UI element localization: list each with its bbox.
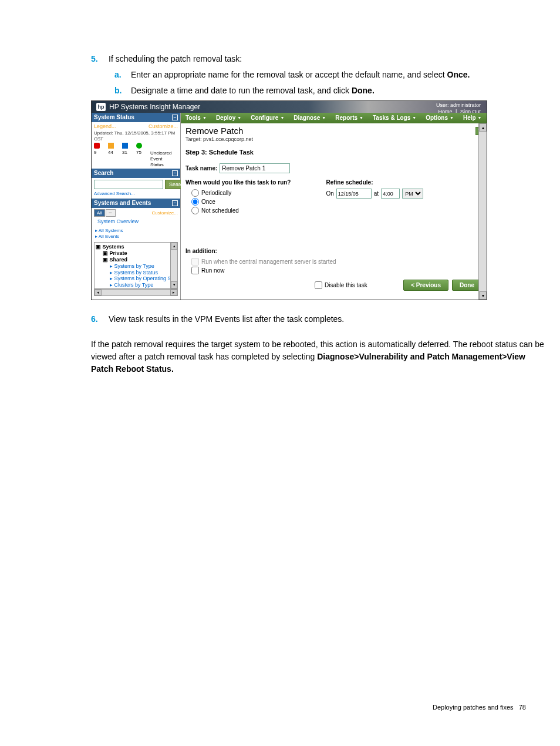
radio-periodically[interactable]: [191, 189, 199, 197]
menu-tasks-logs[interactable]: Tasks & Logs▼: [368, 113, 421, 123]
chevron-down-icon: ▼: [478, 116, 482, 120]
radio-periodically-label: Periodically: [201, 190, 231, 197]
user-label: User: administrator: [436, 102, 481, 109]
run-when-label: Run when the central management server i…: [201, 258, 336, 266]
scroll-left-icon[interactable]: ◂: [95, 290, 102, 295]
legend-link[interactable]: Legend...: [94, 123, 116, 130]
when-question: When would you like this task to run?: [185, 179, 291, 186]
radio-once-label: Once: [201, 199, 215, 206]
all-systems-link[interactable]: ▸ All Systems: [95, 228, 177, 234]
menu-deploy[interactable]: Deploy▼: [211, 113, 246, 123]
at-label: at: [374, 190, 379, 197]
chevron-down-icon: ▼: [280, 116, 284, 120]
tab-all[interactable]: All: [94, 209, 105, 217]
uncleared-label: Uncleared Event Status: [150, 150, 158, 167]
system-status-header: System Status −: [92, 113, 180, 122]
search-header: Search −: [92, 169, 180, 178]
tree-scrollbar[interactable]: ▴ ▾: [170, 243, 177, 288]
menu-reports[interactable]: Reports▼: [330, 113, 368, 123]
disable-task-label: Disable this task: [325, 282, 367, 289]
systems-tree: ▣ Systems ▣ Private ▣ Shared ▸ Systems b…: [94, 242, 178, 289]
taskname-input[interactable]: [220, 163, 290, 173]
ampm-select[interactable]: PM: [402, 189, 423, 199]
app-title: HP Systems Insight Manager: [109, 103, 200, 111]
tree-shared[interactable]: ▣ Shared: [96, 257, 176, 263]
page-title: Remove Patch: [185, 126, 482, 136]
substep-letter: b.: [114, 85, 131, 97]
system-overview-link[interactable]: System Overview: [92, 217, 180, 227]
previous-button[interactable]: < Previous: [403, 280, 448, 291]
radio-notscheduled-label: Not scheduled: [201, 207, 239, 214]
target-line: Target: pvs1.cce.cpqcorp.net: [185, 136, 482, 143]
time-input[interactable]: [381, 189, 400, 199]
tree-private[interactable]: ▣ Private: [96, 250, 176, 257]
page-footer: Deploying patches and fixes 78: [433, 704, 526, 711]
menu-options[interactable]: Options▼: [421, 113, 458, 123]
tree-by-type[interactable]: ▸ Systems by Type: [96, 263, 176, 270]
run-now-label: Run now: [201, 267, 224, 274]
chevron-down-icon: ▼: [237, 116, 241, 120]
sidebar: System Status − Legend... Customize... U…: [92, 113, 181, 300]
step-5a: a. Enter an appropriate name for the rem…: [114, 69, 548, 81]
tree-hscrollbar[interactable]: ◂ ▸: [94, 289, 178, 296]
all-events-link[interactable]: ▸ All Events: [95, 234, 177, 240]
step-text: View task results in the VPM Events list…: [109, 313, 344, 325]
count-minor: 31: [122, 150, 130, 167]
collapse-icon[interactable]: −: [172, 200, 178, 206]
app-titlebar: hp HP Systems Insight Manager User: admi…: [92, 101, 487, 113]
systems-events-header: Systems and Events −: [92, 199, 180, 208]
step-number: 5.: [91, 53, 109, 65]
chevron-down-icon: ▼: [322, 116, 326, 120]
updated-timestamp: Updated: Thu, 12/15/2005, 3:55:17 PM CST: [94, 130, 178, 142]
step-heading: Step 3: Schedule Task: [185, 149, 482, 156]
minor-icon: [122, 143, 128, 149]
main-scrollbar[interactable]: ▴ ▾: [478, 123, 487, 300]
tree-clusters-type[interactable]: ▸ Clusters by Type: [96, 282, 176, 288]
scroll-down-icon[interactable]: ▾: [479, 291, 487, 300]
refine-label: Refine schedule:: [326, 179, 423, 186]
collapse-icon[interactable]: −: [172, 170, 178, 176]
substep-text: Enter an appropriate name for the remova…: [131, 69, 470, 81]
step-number: 6.: [91, 313, 109, 325]
tree-by-os[interactable]: ▸ Systems by Operating Syste: [96, 275, 176, 282]
checkbox-disable-task[interactable]: [315, 281, 322, 289]
radio-notscheduled[interactable]: [191, 207, 199, 214]
closing-paragraph: If the patch removal requires the target…: [91, 338, 548, 375]
hp-logo-icon: hp: [96, 103, 106, 111]
scroll-down-icon[interactable]: ▾: [171, 281, 177, 288]
scroll-right-icon[interactable]: ▸: [170, 290, 177, 295]
step-6: 6. View task results in the VPM Events l…: [91, 313, 548, 325]
count-major: 44: [108, 150, 116, 167]
count-critical: 9: [94, 150, 102, 167]
count-normal: 75: [136, 150, 144, 167]
date-input[interactable]: [336, 189, 372, 199]
menu-diagnose[interactable]: Diagnose▼: [289, 113, 330, 123]
major-icon: [108, 143, 114, 149]
radio-once[interactable]: [191, 198, 199, 206]
menu-tools[interactable]: Tools▼: [181, 113, 211, 123]
customize-link[interactable]: Customize...: [152, 209, 178, 217]
checkbox-run-when-started: [191, 258, 199, 266]
scroll-up-icon[interactable]: ▴: [479, 123, 487, 132]
menu-configure[interactable]: Configure▼: [246, 113, 289, 123]
search-input[interactable]: [94, 180, 163, 189]
menu-help[interactable]: Help▼: [458, 113, 487, 123]
in-addition-label: In addition:: [185, 248, 482, 255]
tab-other[interactable]: ···: [106, 209, 116, 217]
advanced-search-link[interactable]: Advanced Search...: [92, 191, 180, 199]
checkbox-run-now[interactable]: [191, 267, 199, 274]
tree-clusters-status[interactable]: ▸ Clusters by Status: [96, 288, 176, 289]
collapse-icon[interactable]: −: [172, 115, 178, 120]
scroll-up-icon[interactable]: ▴: [171, 243, 177, 250]
tree-by-status[interactable]: ▸ Systems by Status: [96, 270, 176, 276]
done-button[interactable]: Done: [452, 280, 482, 291]
substep-text: Designate a time and date to run the rem…: [131, 85, 375, 97]
chevron-down-icon: ▼: [412, 116, 416, 120]
step-5: 5. If scheduling the patch removal task:: [91, 53, 548, 65]
taskname-label: Task name:: [185, 165, 217, 172]
hp-sim-screenshot: hp HP Systems Insight Manager User: admi…: [91, 100, 487, 300]
tree-systems[interactable]: ▣ Systems: [96, 244, 176, 250]
normal-icon: [136, 143, 142, 149]
customize-link[interactable]: Customize...: [149, 123, 178, 130]
menubar: Tools▼ Deploy▼ Configure▼ Diagnose▼ Repo…: [181, 113, 487, 123]
